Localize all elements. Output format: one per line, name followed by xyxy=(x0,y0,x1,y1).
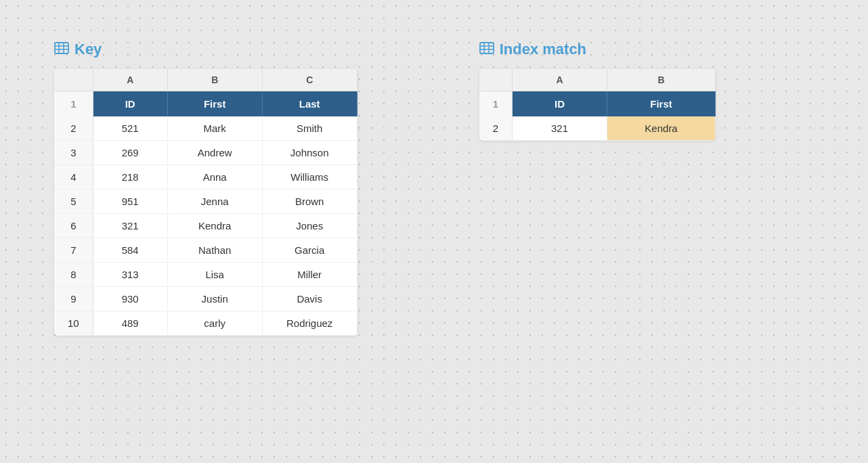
key-col-header-b: B xyxy=(167,69,262,91)
key-rownum-3: 5 xyxy=(54,190,93,214)
key-header-rownum: 1 xyxy=(54,91,93,117)
key-rownum-4: 6 xyxy=(54,214,93,238)
key-header-id: ID xyxy=(93,91,167,117)
key-table-wrapper: A B C 1 ID First Last 2 521 Mark Smith 3… xyxy=(54,69,357,336)
key-cell-first-8: carly xyxy=(167,311,262,336)
index-table-wrapper: A B 1 ID First 2 321 Kendra xyxy=(479,69,716,141)
key-cell-id-0: 521 xyxy=(93,116,167,141)
key-data-row: 4 218 Anna Williams xyxy=(54,165,357,190)
index-table: A B 1 ID First 2 321 Kendra xyxy=(479,69,716,141)
index-title-text: Index match xyxy=(500,41,586,58)
key-table: A B C 1 ID First Last 2 521 Mark Smith 3… xyxy=(54,69,357,336)
index-header-first: First xyxy=(607,91,716,117)
key-cell-first-3: Jenna xyxy=(167,190,262,214)
key-rownum-6: 8 xyxy=(54,263,93,287)
key-data-row: 3 269 Andrew Johnson xyxy=(54,141,357,165)
key-rownum-1: 3 xyxy=(54,141,93,165)
key-cell-id-3: 951 xyxy=(93,190,167,214)
key-cell-last-4: Jones xyxy=(262,214,357,238)
key-table-icon xyxy=(54,42,69,58)
key-cell-first-5: Nathan xyxy=(167,238,262,263)
key-data-row: 10 489 carly Rodriguez xyxy=(54,311,357,336)
key-cell-id-6: 313 xyxy=(93,263,167,287)
key-data-row: 9 930 Justin Davis xyxy=(54,287,357,311)
key-cell-last-6: Miller xyxy=(262,263,357,287)
key-cell-last-0: Smith xyxy=(262,116,357,141)
key-col-header-a: A xyxy=(93,69,167,91)
index-cell-first-0: Kendra xyxy=(607,116,716,141)
index-data-header-row: 1 ID First xyxy=(479,91,716,117)
key-data-row: 7 584 Nathan Garcia xyxy=(54,238,357,263)
key-cell-first-7: Justin xyxy=(167,287,262,311)
key-rownum-8: 10 xyxy=(54,311,93,336)
key-rownum-0: 2 xyxy=(54,116,93,141)
key-data-header-row: 1 ID First Last xyxy=(54,91,357,117)
key-cell-id-2: 218 xyxy=(93,165,167,190)
key-cell-id-8: 489 xyxy=(93,311,167,336)
key-title-row: Key xyxy=(54,41,357,58)
key-cell-last-5: Garcia xyxy=(262,238,357,263)
key-rownum-2: 4 xyxy=(54,165,93,190)
key-cell-last-3: Brown xyxy=(262,190,357,214)
key-header-first: First xyxy=(167,91,262,117)
key-cell-first-2: Anna xyxy=(167,165,262,190)
index-data-row: 2 321 Kendra xyxy=(479,116,716,141)
index-col-header-a: A xyxy=(513,69,607,91)
key-cell-first-1: Andrew xyxy=(167,141,262,165)
index-col-header-b: B xyxy=(607,69,716,91)
index-header-rownum: 1 xyxy=(479,91,513,117)
key-cell-first-0: Mark xyxy=(167,116,262,141)
key-section: Key A B C 1 ID First Last 2 521 Mark Smi… xyxy=(54,41,357,336)
svg-rect-0 xyxy=(55,43,68,53)
key-header-last: Last xyxy=(262,91,357,117)
key-cell-id-5: 584 xyxy=(93,238,167,263)
key-data-row: 8 313 Lisa Miller xyxy=(54,263,357,287)
key-data-row: 5 951 Jenna Brown xyxy=(54,190,357,214)
key-data-row: 2 521 Mark Smith xyxy=(54,116,357,141)
key-data-row: 6 321 Kendra Jones xyxy=(54,214,357,238)
key-rownum-5: 7 xyxy=(54,238,93,263)
index-corner-header xyxy=(479,69,513,91)
key-cell-last-1: Johnson xyxy=(262,141,357,165)
index-cell-id-0: 321 xyxy=(513,116,607,141)
key-rownum-7: 9 xyxy=(54,287,93,311)
index-table-icon xyxy=(479,42,494,58)
key-cell-last-7: Davis xyxy=(262,287,357,311)
index-header-id: ID xyxy=(513,91,607,117)
key-corner-header xyxy=(54,69,93,91)
index-rownum-0: 2 xyxy=(479,116,513,141)
key-cell-last-2: Williams xyxy=(262,165,357,190)
key-col-header-c: C xyxy=(262,69,357,91)
index-col-header-row: A B xyxy=(479,69,716,91)
svg-rect-5 xyxy=(480,43,494,53)
key-cell-id-7: 930 xyxy=(93,287,167,311)
key-col-header-row: A B C xyxy=(54,69,357,91)
key-cell-last-8: Rodriguez xyxy=(262,311,357,336)
index-match-section: Index match A B 1 ID First 2 321 Kendra xyxy=(479,41,716,141)
key-cell-id-4: 321 xyxy=(93,214,167,238)
key-title-text: Key xyxy=(74,41,102,58)
key-cell-id-1: 269 xyxy=(93,141,167,165)
index-title-row: Index match xyxy=(479,41,716,58)
key-cell-first-6: Lisa xyxy=(167,263,262,287)
key-cell-first-4: Kendra xyxy=(167,214,262,238)
